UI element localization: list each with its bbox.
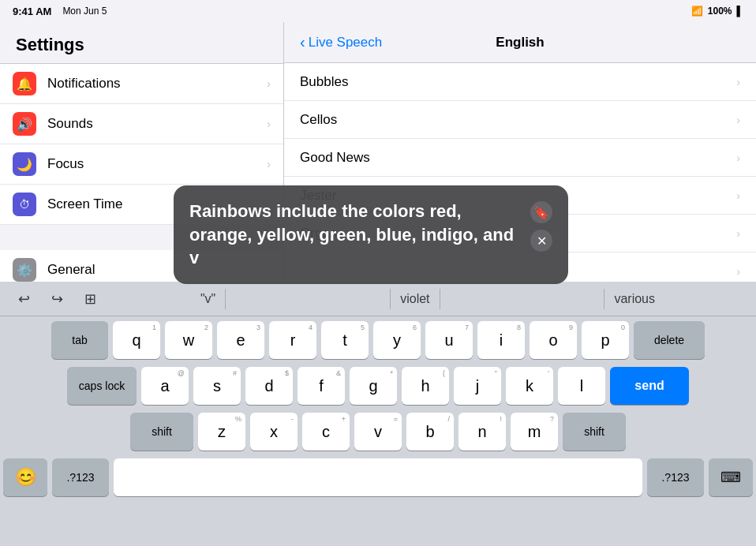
key-row-3: shift %z -x +c =v /b !n ?m shift — [3, 413, 753, 451]
key-b-number: / — [447, 415, 450, 423]
key-c[interactable]: +c — [302, 413, 350, 451]
key-q[interactable]: 1q — [113, 321, 160, 359]
key-u[interactable]: 7u — [425, 321, 473, 359]
key-p[interactable]: 0p — [582, 321, 629, 359]
key-t[interactable]: 5t — [321, 321, 369, 359]
key-m[interactable]: ?m — [511, 413, 558, 451]
sidebar-item-sounds[interactable]: 🔊 Sounds › — [0, 104, 283, 144]
send-label: send — [634, 379, 664, 393]
key-v[interactable]: =v — [354, 413, 402, 451]
key-f[interactable]: &f — [298, 367, 345, 405]
right-shift-label: shift — [584, 425, 604, 438]
key-z-letter: z — [218, 423, 226, 441]
key-row-1: tab 1q 2w 3e 4r 5t 6y 7u 8i 9o 0p delete — [3, 321, 753, 359]
key-q-number: 1 — [152, 323, 156, 331]
status-time: 9:41 AM — [13, 6, 51, 17]
suggestions-list: "v" violet various — [109, 289, 747, 309]
key-z-number: % — [235, 415, 241, 423]
suggestion-violet[interactable]: violet — [390, 289, 440, 309]
key-o[interactable]: 9o — [530, 321, 577, 359]
key-b[interactable]: /b — [406, 413, 454, 451]
right-shift-key[interactable]: shift — [563, 413, 626, 451]
nav-back-button[interactable]: ‹ Live Speech — [300, 33, 382, 51]
key-o-number: 9 — [569, 323, 573, 331]
suggestion-various[interactable]: various — [604, 289, 664, 309]
key-h-letter: h — [421, 377, 429, 395]
popup-close-button[interactable]: ✕ — [530, 230, 552, 252]
numbers-key-left[interactable]: .?123 — [52, 458, 109, 496]
caps-lock-label: caps lock — [79, 380, 125, 392]
cellos-label: Cellos — [300, 112, 736, 128]
keyboard-dismiss-key[interactable]: ⌨ — [709, 458, 753, 496]
key-k[interactable]: 'k — [506, 367, 553, 405]
key-i[interactable]: 8i — [477, 321, 525, 359]
key-row-4: 😊 .?123 .?123 ⌨ — [3, 458, 753, 496]
wifi-icon: 📶 — [691, 6, 703, 17]
key-t-number: 5 — [361, 323, 365, 331]
good-news-label: Good News — [300, 150, 736, 166]
close-icon: ✕ — [537, 234, 547, 249]
key-y[interactable]: 6y — [373, 321, 421, 359]
caps-lock-key[interactable]: caps lock — [67, 367, 137, 405]
key-l[interactable]: l — [558, 367, 605, 405]
key-t-letter: t — [342, 331, 347, 350]
numbers-key-right[interactable]: .?123 — [647, 458, 704, 496]
key-s-letter: s — [213, 377, 221, 395]
undo-button[interactable]: ↩ — [9, 285, 38, 313]
suggestion-v[interactable]: "v" — [191, 289, 226, 309]
key-d[interactable]: $d — [245, 367, 293, 405]
key-p-number: 0 — [621, 323, 625, 331]
sounds-chevron: › — [267, 118, 271, 130]
key-z[interactable]: %z — [198, 413, 245, 451]
key-x[interactable]: -x — [250, 413, 298, 451]
key-j[interactable]: "j — [454, 367, 501, 405]
sidebar-item-notifications[interactable]: 🔔 Notifications › — [0, 64, 283, 104]
key-a[interactable]: @a — [141, 367, 189, 405]
live-speech-popup: Rainbows include the colors red, orange,… — [174, 185, 568, 284]
key-s-number: # — [233, 369, 237, 377]
sidebar-item-focus[interactable]: 🌙 Focus › — [0, 144, 283, 185]
tab-key[interactable]: tab — [51, 321, 108, 359]
status-date: Mon Jun 5 — [62, 6, 107, 17]
list-item-good-news[interactable]: Good News › — [284, 139, 756, 177]
emoji-key[interactable]: 😊 — [3, 458, 47, 496]
paste-icon: ⊞ — [84, 290, 96, 308]
key-d-number: $ — [285, 369, 289, 377]
suggestions-bar: ↩ ↪ ⊞ "v" violet various — [0, 282, 756, 316]
key-n[interactable]: !n — [458, 413, 506, 451]
sounds-icon: 🔊 — [13, 112, 36, 136]
focus-chevron: › — [267, 158, 271, 170]
left-shift-key[interactable]: shift — [130, 413, 193, 451]
popup-actions: 🔖 ✕ — [530, 201, 552, 252]
send-key[interactable]: send — [610, 367, 689, 405]
nav-title: English — [496, 35, 544, 50]
key-r[interactable]: 4r — [269, 321, 316, 359]
sounds-label: Sounds — [47, 116, 267, 132]
key-s[interactable]: #s — [193, 367, 241, 405]
popup-bookmark-button[interactable]: 🔖 — [530, 201, 552, 223]
screen-time-icon: ⏱ — [13, 193, 36, 216]
space-key[interactable] — [114, 458, 642, 496]
status-bar: 9:41 AM Mon Jun 5 📶 100% ▌ — [0, 0, 756, 22]
paste-button[interactable]: ⊞ — [76, 285, 104, 313]
key-e-letter: e — [236, 331, 245, 350]
key-j-letter: j — [476, 377, 479, 395]
key-g[interactable]: *g — [350, 367, 397, 405]
key-w[interactable]: 2w — [165, 321, 212, 359]
delete-key[interactable]: delete — [634, 321, 705, 359]
nav-back-label: Live Speech — [309, 35, 383, 50]
redo-button[interactable]: ↪ — [43, 285, 71, 313]
key-r-letter: r — [290, 331, 296, 350]
key-h[interactable]: (h — [402, 367, 449, 405]
keyboard: ↩ ↪ ⊞ "v" violet various tab 1q 2w 3e 4r… — [0, 282, 756, 546]
key-q-letter: q — [132, 331, 140, 350]
undo-icon: ↩ — [18, 290, 30, 308]
status-indicators: 📶 100% ▌ — [691, 6, 743, 17]
list-item-cellos[interactable]: Cellos › — [284, 101, 756, 139]
good-news-chevron: › — [736, 151, 740, 164]
key-e[interactable]: 3e — [217, 321, 264, 359]
list-item-bubbles[interactable]: Bubbles › — [284, 63, 756, 101]
bookmark-icon: 🔖 — [533, 205, 549, 220]
key-k-letter: k — [526, 377, 533, 395]
keyboard-rows: tab 1q 2w 3e 4r 5t 6y 7u 8i 9o 0p delete… — [0, 316, 756, 496]
